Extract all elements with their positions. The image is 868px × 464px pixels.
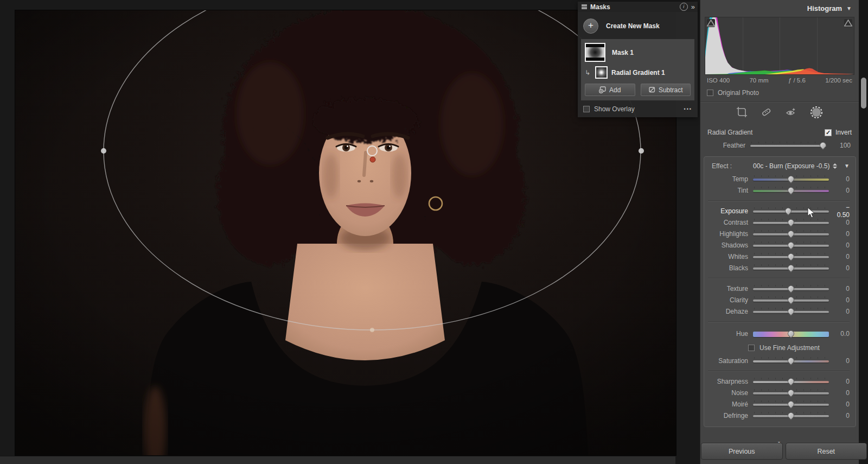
create-new-mask-button[interactable]: + Create New Mask — [581, 15, 694, 39]
feather-slider[interactable] — [750, 142, 826, 149]
slider-label[interactable]: Hue — [707, 330, 748, 338]
mask-group: Mask 1 ↳ Radial Gradient 1 Add — [581, 39, 694, 100]
slider-label[interactable]: Defringe — [707, 412, 748, 419]
slider-value[interactable]: 0 — [834, 187, 851, 194]
slider-label[interactable]: Dehaze — [707, 308, 748, 315]
saturation-slider[interactable] — [753, 357, 829, 365]
sharpness-slider[interactable] — [753, 378, 829, 385]
iso-value: ISO 400 — [707, 77, 730, 84]
slider-value[interactable]: 0 — [834, 401, 851, 408]
subtract-button[interactable]: Subtract — [641, 84, 691, 96]
tint-slider[interactable] — [753, 187, 829, 194]
slider-label[interactable]: Exposure — [707, 207, 748, 215]
noise-slider[interactable] — [753, 389, 829, 397]
invert-checkbox[interactable]: ✓ — [825, 129, 832, 136]
slider-value[interactable]: 0 — [834, 175, 851, 183]
slider-track[interactable] — [750, 145, 826, 147]
slider-value[interactable]: 100 — [832, 142, 852, 149]
slider-value[interactable]: 0 — [834, 412, 851, 419]
add-button[interactable]: Add — [585, 84, 635, 96]
previous-button[interactable]: Previous — [701, 443, 783, 460]
texture-slider[interactable] — [753, 285, 829, 293]
crop-tool-icon[interactable] — [736, 106, 748, 119]
slider-value[interactable]: 0 — [834, 296, 851, 304]
slider-label[interactable]: Tint — [707, 187, 748, 194]
effect-preset-dropdown[interactable]: 00c - Burn (Exposure -0.5) — [753, 162, 829, 170]
slider-label[interactable]: Clarity — [707, 296, 748, 304]
dehaze-slider[interactable] — [753, 308, 829, 315]
show-overlay-checkbox[interactable] — [583, 106, 590, 112]
use-fine-adjustment-row: Use Fine Adjustment — [707, 341, 851, 355]
slider-label[interactable]: Shadows — [707, 241, 748, 249]
masks-panel-header[interactable]: Masks i » — [578, 2, 698, 12]
slider-value[interactable]: 0 — [834, 285, 851, 293]
slider-value[interactable]: − 0.50 — [834, 204, 851, 219]
mask-thumbnail — [585, 43, 605, 62]
temp-slider[interactable] — [753, 175, 829, 183]
whites-slider[interactable] — [753, 253, 829, 260]
slider-value[interactable]: 0 — [834, 357, 851, 365]
slider-value[interactable]: 0 — [834, 389, 851, 397]
moiré-slider[interactable] — [753, 401, 829, 408]
effect-collapse-icon[interactable]: ▼ — [844, 163, 851, 169]
use-fine-adjustment-checkbox[interactable] — [748, 345, 755, 351]
histogram-collapse-icon[interactable]: ▼ — [846, 5, 852, 11]
slider-value[interactable]: 0 — [834, 264, 851, 272]
contrast-slider[interactable] — [753, 219, 829, 226]
slider-value[interactable]: 0.0 — [834, 330, 851, 338]
help-icon[interactable]: i — [680, 3, 688, 11]
exposure-slider[interactable] — [753, 207, 829, 215]
slider-label[interactable]: Noise — [707, 389, 748, 397]
highlights-slider[interactable] — [753, 230, 829, 238]
slider-row-noise: Noise0 — [707, 387, 851, 398]
slider-label[interactable]: Sharpness — [707, 378, 748, 385]
histogram-chart[interactable] — [705, 17, 854, 75]
highlight-clipping-indicator[interactable] — [844, 19, 852, 27]
histogram-header[interactable]: Histogram ▼ — [700, 0, 859, 16]
mask-handle-right — [639, 148, 644, 154]
slider-value[interactable]: 0 — [834, 241, 851, 249]
scrollbar-thumb[interactable] — [861, 78, 866, 109]
plus-icon[interactable]: + — [583, 18, 598, 34]
slider-value[interactable]: 0 — [834, 378, 851, 385]
masks-panel: Masks i » + Create New Mask Mask 1 ↳ Rad… — [578, 2, 698, 117]
blacks-slider[interactable] — [753, 264, 829, 272]
shutter-value: 1/200 sec — [825, 77, 852, 84]
healing-tool-icon[interactable] — [761, 106, 772, 119]
red-eye-tool-icon[interactable] — [785, 106, 797, 119]
slider-row-blacks: Blacks0 — [707, 262, 851, 274]
slider-label[interactable]: Contrast — [707, 219, 748, 226]
slider-row-shadows: Shadows0 — [707, 239, 851, 251]
slider-row-whites: Whites0 — [707, 251, 851, 262]
more-options-icon[interactable]: ••• — [684, 106, 692, 112]
slider-ticks — [751, 142, 825, 143]
slider-row-sharpness: Sharpness0 — [707, 376, 851, 387]
slider-label[interactable]: Texture — [707, 285, 748, 293]
masking-tool-icon[interactable] — [810, 106, 823, 120]
slider-label[interactable]: Whites — [707, 253, 748, 260]
clarity-slider[interactable] — [753, 296, 829, 304]
slider-value[interactable]: 0 — [834, 230, 851, 238]
slider-label[interactable]: Highlights — [707, 230, 748, 238]
hue-slider[interactable] — [753, 330, 829, 338]
panel-end-collapse[interactable]: ▼ — [700, 436, 858, 442]
slider-value[interactable]: 0 — [834, 219, 851, 226]
defringe-slider[interactable] — [753, 412, 829, 419]
reset-button[interactable]: Reset — [786, 443, 867, 460]
mask-component-item[interactable]: ↳ Radial Gradient 1 — [585, 66, 691, 79]
slider-label[interactable]: Moiré — [707, 401, 748, 408]
slider-ticks — [754, 207, 828, 209]
collapse-panel-icon[interactable]: » — [691, 3, 694, 11]
slider-label[interactable]: Blacks — [707, 264, 748, 272]
slider-label[interactable]: Saturation — [707, 357, 748, 365]
slider-value[interactable]: 0 — [834, 308, 851, 315]
mask-item[interactable]: Mask 1 — [585, 43, 691, 62]
shadows-slider[interactable] — [753, 241, 829, 249]
photo-canvas[interactable] — [15, 10, 676, 456]
slider-label[interactable]: Temp — [707, 175, 748, 183]
original-photo-checkbox[interactable] — [707, 90, 713, 96]
shadow-clipping-indicator[interactable] — [707, 19, 715, 27]
preset-updown-icon[interactable] — [833, 163, 837, 169]
slider-value[interactable]: 0 — [834, 253, 851, 260]
slider-label[interactable]: Feather — [700, 142, 745, 149]
